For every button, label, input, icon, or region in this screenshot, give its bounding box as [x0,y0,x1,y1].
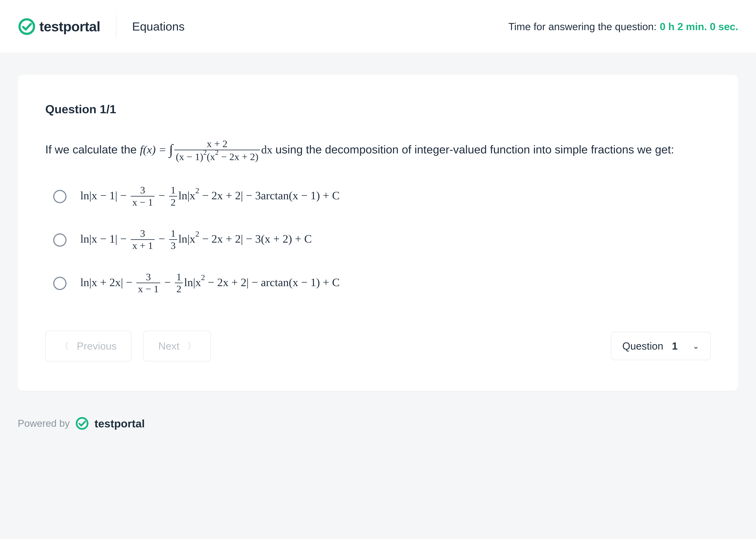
answer-text: ln|x − 1| − 3x − 1 − 12ln|x2 − 2x + 2| −… [80,185,340,208]
question-footer: 〈 Previous Next 〉 Question 1 ⌄ [45,331,711,361]
answer-option[interactable]: ln|x − 1| − 3x − 1 − 12ln|x2 − 2x + 2| −… [53,185,711,208]
timer-label: Time for answering the question: [508,21,656,32]
check-circle-icon [75,417,89,430]
radio-icon [53,277,67,290]
timer: Time for answering the question: 0 h 2 m… [508,21,738,33]
radio-icon [53,233,67,247]
question-text-before: If we calculate the [45,143,140,156]
powered-by-text: Powered by [18,418,70,429]
question-selector[interactable]: Question 1 ⌄ [611,332,711,360]
powered-by-brand: testportal [95,417,145,430]
brand-text: testportal [39,19,100,35]
answer-text: ln|x + 2x| − 3x − 1 − 12ln|x2 − 2x + 2| … [80,271,340,295]
integral-icon: ∫ [169,141,173,157]
answer-text: ln|x − 1| − 3x + 1 − 13ln|x2 − 2x + 2| −… [80,228,312,252]
svg-point-1 [77,418,88,429]
check-circle-icon [18,18,36,36]
question-formula: f(x) = ∫ x + 2 (x − 1)2(x2 − 2x + 2) dx [140,143,275,156]
powered-by: Powered by testportal [18,391,738,430]
page-title: Equations [116,20,185,33]
question-card: Question 1/1 If we calculate the f(x) = … [18,75,738,391]
next-button[interactable]: Next 〉 [143,331,211,361]
answer-list: ln|x − 1| − 3x − 1 − 12ln|x2 − 2x + 2| −… [45,185,711,295]
integrand-fraction: x + 2 (x − 1)2(x2 − 2x + 2) [174,138,260,163]
svg-point-0 [20,19,34,34]
question-text-after: using the decomposition of integer-value… [275,143,674,156]
answer-option[interactable]: ln|x − 1| − 3x + 1 − 13ln|x2 − 2x + 2| −… [53,228,711,252]
chevron-right-icon: 〉 [187,340,196,352]
answer-option[interactable]: ln|x + 2x| − 3x − 1 − 12ln|x2 − 2x + 2| … [53,271,711,295]
chevron-down-icon: ⌄ [693,342,699,350]
app-header: testportal Equations Time for answering … [0,0,756,53]
radio-icon [53,190,67,203]
chevron-left-icon: 〈 [60,340,69,352]
previous-button[interactable]: 〈 Previous [45,331,131,361]
brand-logo[interactable]: testportal [18,15,116,38]
question-text: If we calculate the f(x) = ∫ x + 2 (x − … [45,138,711,163]
timer-value: 0 h 2 min. 0 sec. [660,21,738,32]
question-counter: Question 1/1 [45,103,711,116]
